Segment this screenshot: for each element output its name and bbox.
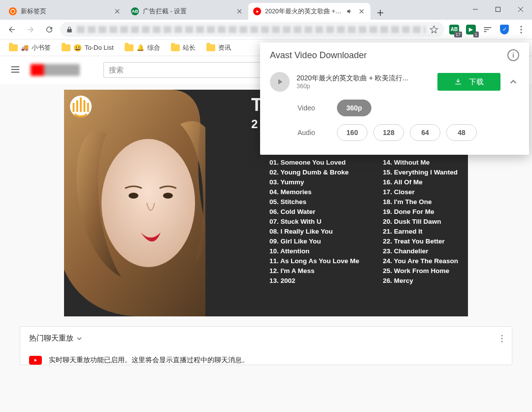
track-item: 22. Treat You Better (383, 238, 458, 245)
ext-shield-icon[interactable]: ✓ (498, 23, 511, 36)
svg-point-10 (129, 193, 138, 199)
minimize-button[interactable] (464, 1, 487, 17)
svg-point-9 (101, 139, 195, 267)
bookmark-label: 站长 (183, 43, 196, 52)
address-bar[interactable] (60, 22, 444, 37)
folder-icon (125, 44, 133, 51)
track-item: 14. Without Me (383, 159, 458, 166)
ext-adblock-icon[interactable]: AB17 (447, 23, 461, 36)
bookmark-item[interactable]: 🚚小书签 (5, 41, 55, 54)
chat-message: 实时聊天重放功能已启用。这里将会显示直播过程中的聊天消息。 (49, 356, 249, 365)
media-thumb-icon (270, 72, 290, 92)
maximize-button[interactable] (487, 1, 509, 17)
chat-menu-button[interactable] (501, 335, 503, 343)
track-item: 09. Girl Like You (269, 238, 359, 245)
track-item: 11. As Long As You Love Me (269, 257, 359, 265)
bookmark-label: 小书签 (32, 43, 51, 52)
track-item: 10. Attention (269, 247, 359, 255)
audio-quality-option[interactable]: 64 (410, 124, 440, 141)
svg-rect-2 (496, 7, 500, 12)
track-item: 20. Dusk Till Dawn (383, 218, 458, 225)
tab-title: 新标签页 (21, 7, 109, 16)
tab-close-button[interactable] (113, 7, 121, 15)
track-item: 24. You Are The Reason (383, 257, 458, 265)
close-window-button[interactable] (509, 1, 532, 17)
bookmark-star-button[interactable] (430, 25, 438, 34)
audio-quality-option[interactable]: 160 (337, 124, 367, 141)
track-item: 12. I'm A Mess (269, 267, 359, 275)
audio-quality-option[interactable]: 48 (446, 124, 477, 141)
back-button[interactable] (4, 22, 20, 37)
collapse-button[interactable] (507, 78, 519, 86)
download-icon (454, 78, 462, 86)
track-item: 01. Someone You Loved (269, 159, 359, 166)
media-item: 2020年最火的英文歌曲 + 欧美流行... 360p 下载 (260, 65, 529, 95)
bookmark-item[interactable]: 资讯 (202, 41, 235, 54)
tab-favicon: AB (131, 7, 139, 15)
hamburger-button[interactable] (10, 64, 22, 76)
track-item: 05. Stitches (269, 198, 359, 206)
ext-badge: 1 (473, 32, 479, 37)
tab-close-button[interactable] (235, 7, 243, 15)
browser-menu-button[interactable] (514, 22, 528, 37)
svg-point-5 (520, 26, 522, 27)
tab-favicon (9, 7, 17, 15)
youtube-icon (29, 356, 42, 365)
track-item: 19. Done For Me (383, 208, 458, 215)
tab-favicon (253, 7, 261, 15)
track-item: 18. I'm The One (383, 198, 458, 206)
track-item: 15. Everything I Wanted (383, 169, 458, 176)
video-options-row: Video 360p (260, 95, 529, 119)
download-button[interactable]: 下载 (437, 73, 500, 91)
media-title: 2020年最火的英文歌曲 + 欧美流行... (297, 74, 431, 83)
browser-tab[interactable]: AB广告拦截 - 设置 (126, 3, 248, 20)
audio-options-row: Audio 1601286448 (260, 119, 529, 144)
smile-icon: 😀 (73, 44, 82, 52)
audio-quality-option[interactable]: 128 (373, 124, 404, 141)
track-item: 06. Cold Water (269, 208, 359, 215)
reload-button[interactable] (41, 22, 57, 37)
tab-close-button[interactable] (358, 7, 366, 15)
chat-header[interactable]: 热门聊天重放 (20, 327, 512, 350)
bookmark-label: To-Do List (85, 44, 114, 51)
chat-header-label: 热门聊天重放 (29, 334, 73, 343)
site-logo[interactable] (31, 64, 80, 76)
truck-icon: 🚚 (21, 44, 29, 51)
svg-point-7 (520, 32, 522, 33)
chevron-down-icon (76, 336, 82, 342)
ext-video-icon[interactable]: ▶1 (464, 23, 478, 36)
folder-icon (9, 44, 18, 51)
tab-title: 广告拦截 - 设置 (143, 7, 232, 16)
folder-icon (206, 44, 215, 51)
bell-icon: 🔔 (136, 44, 144, 51)
svg-point-13 (501, 338, 503, 339)
channel-badge (70, 96, 92, 117)
new-tab-button[interactable] (373, 6, 387, 20)
forward-button[interactable] (23, 22, 38, 37)
tab-mute-icon[interactable] (346, 7, 354, 15)
info-button[interactable]: i (507, 49, 519, 61)
search-placeholder: 搜索 (109, 66, 124, 75)
track-item: 26. Mercy (383, 277, 458, 284)
svg-point-12 (501, 335, 503, 336)
track-item: 07. Stuck With U (269, 218, 359, 225)
ext-music-icon[interactable] (481, 23, 495, 36)
window-controls (464, 0, 532, 19)
track-item: 04. Memories (269, 188, 359, 196)
browser-tab[interactable]: 新标签页 (4, 3, 126, 20)
url-blurred (77, 26, 426, 33)
browser-tab[interactable]: 2020年最火的英文歌曲 + 欧... (248, 3, 370, 20)
tab-title: 2020年最火的英文歌曲 + 欧... (265, 7, 342, 16)
popup-title: Avast Video Downloader (270, 50, 366, 61)
bookmark-item[interactable]: 🔔综合 (121, 41, 164, 54)
ext-badge: 17 (454, 32, 462, 37)
video-quality-option[interactable]: 360p (337, 100, 371, 116)
svg-point-14 (501, 341, 503, 342)
chat-panel: 热门聊天重放 实时聊天重放功能已启用。这里将会显示直播过程中的聊天消息。 (20, 326, 512, 365)
track-item: 25. Work From Home (383, 267, 458, 275)
bookmark-item[interactable]: 站长 (167, 41, 200, 54)
bookmark-item[interactable]: 😀To-Do List (58, 42, 118, 54)
folder-icon (171, 44, 180, 51)
media-subtitle: 360p (297, 83, 431, 90)
audio-label: Audio (298, 129, 327, 137)
